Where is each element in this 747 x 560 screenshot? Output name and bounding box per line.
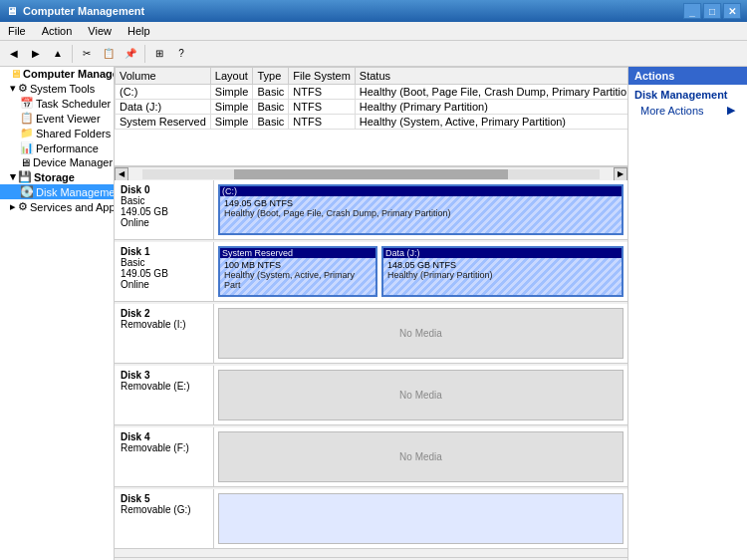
disk-id: Disk 1	[121, 246, 207, 257]
minimize-button[interactable]: _	[683, 3, 701, 19]
no-media-label: No Media	[218, 308, 623, 359]
actions-disk-management-title[interactable]: Disk Management	[628, 87, 747, 103]
cell-fs: NTFS	[289, 100, 355, 115]
partition-block[interactable]: (C:)149.05 GB NTFSHealthy (Boot, Page Fi…	[218, 184, 623, 235]
title-bar-controls[interactable]: _ □ ✕	[683, 3, 741, 19]
toolbar-cut[interactable]: ✂	[77, 44, 97, 64]
tree-device-label: Device Manager	[33, 156, 113, 168]
col-type[interactable]: Type	[253, 68, 289, 85]
toolbar-back[interactable]: ◀	[4, 44, 24, 64]
svc-icon: ⚙	[18, 200, 28, 213]
tree-item-storage[interactable]: ▾ 💾 Storage	[0, 169, 114, 184]
toolbar-properties[interactable]: ⊞	[149, 44, 169, 64]
h-scrollbar[interactable]: ◀ ▶	[115, 166, 627, 180]
disk-row: Disk 3 Removable (E:) No Media	[115, 366, 627, 425]
col-status[interactable]: Status	[355, 68, 627, 85]
partition-block[interactable]: System Reserved100 MB NTFSHealthy (Syste…	[218, 246, 377, 297]
toolbar-sep-1	[72, 45, 73, 63]
table-row[interactable]: Data (J:) Simple Basic NTFS Healthy (Pri…	[116, 100, 628, 115]
toolbar: ◀ ▶ ▲ ✂ 📋 📌 ⊞ ?	[0, 41, 747, 67]
tree-task-label: Task Scheduler	[36, 98, 111, 110]
close-button[interactable]: ✕	[723, 3, 741, 19]
scroll-track[interactable]	[142, 169, 600, 179]
partition-detail: 148.05 GB NTFS	[387, 260, 618, 270]
device-icon: 🖥	[20, 156, 31, 168]
disk-status: Online	[121, 217, 207, 228]
tree-item-disk-management[interactable]: 💽 Disk Management	[0, 184, 114, 199]
actions-section-disk: Disk Management More Actions ▶	[628, 85, 747, 120]
disk-partitions: System Reserved100 MB NTFSHealthy (Syste…	[214, 242, 627, 301]
tree-item-shared-folders[interactable]: 📁 Shared Folders	[0, 126, 114, 140]
cell-layout: Simple	[210, 100, 253, 115]
scroll-thumb[interactable]	[234, 169, 508, 179]
col-layout[interactable]: Layout	[210, 68, 253, 85]
tree-svc-label: Services and Applications	[30, 201, 114, 213]
disk-id: Disk 4	[121, 431, 207, 442]
tree-item-event-viewer[interactable]: 📋 Event Viewer	[0, 111, 114, 126]
storage-icon: 💾	[18, 170, 32, 183]
expand-icon-storage: ▾	[10, 170, 16, 183]
menu-bar: File Action View Help	[0, 22, 747, 41]
disk-info: Disk 3 Removable (E:)	[115, 366, 214, 424]
disk-row: Disk 1 Basic 149.05 GB OnlineSystem Rese…	[115, 242, 627, 302]
disk-info: Disk 0 Basic 149.05 GB Online	[115, 180, 214, 239]
middle-panel: Volume Layout Type File System Status Ca…	[115, 67, 627, 560]
disk-size: 149.05 GB	[121, 268, 207, 279]
cell-type: Basic	[253, 100, 289, 115]
col-fs[interactable]: File System	[289, 68, 355, 85]
tree-item-performance[interactable]: 📊 Performance	[0, 140, 114, 155]
disk-table: Volume Layout Type File System Status Ca…	[115, 67, 627, 130]
cell-layout: Simple	[210, 85, 253, 100]
tree-disk-label: Disk Management	[36, 186, 114, 198]
tree-item-system-tools[interactable]: ▾ ⚙ System Tools	[0, 81, 114, 96]
actions-more-actions[interactable]: More Actions ▶	[628, 103, 747, 118]
table-row[interactable]: (C:) Simple Basic NTFS Healthy (Boot, Pa…	[116, 85, 628, 100]
menu-view[interactable]: View	[80, 23, 120, 39]
toolbar-help[interactable]: ?	[171, 44, 191, 64]
disk-partitions: No Media	[214, 427, 627, 486]
menu-help[interactable]: Help	[120, 23, 158, 39]
cell-status: Healthy (Boot, Page File, Crash Dump, Pr…	[355, 85, 627, 100]
disk-partitions: No Media	[214, 304, 627, 363]
toolbar-forward[interactable]: ▶	[26, 44, 46, 64]
disk-info: Disk 1 Basic 149.05 GB Online	[115, 242, 214, 301]
toolbar-copy[interactable]: 📋	[99, 44, 119, 64]
disk-row: Disk 0 Basic 149.05 GB Online(C:)149.05 …	[115, 180, 627, 240]
scroll-right-btn[interactable]: ▶	[614, 167, 627, 181]
tree-panel: 🖥 Computer Management (Local ▾ ⚙ System …	[0, 67, 115, 560]
more-actions-label: More Actions	[640, 105, 704, 117]
disk-type: Removable (E:)	[121, 381, 207, 392]
menu-file[interactable]: File	[0, 23, 34, 39]
tree-perf-label: Performance	[36, 142, 99, 154]
actions-header: Actions	[628, 67, 747, 85]
expand-icon: ▾	[10, 82, 16, 95]
disk-type: Basic	[121, 195, 207, 206]
shared-icon: 📁	[20, 127, 34, 140]
scroll-left-btn[interactable]: ◀	[115, 167, 128, 181]
cell-status: Healthy (Primary Partition)	[355, 100, 627, 115]
menu-action[interactable]: Action	[34, 23, 81, 39]
tree-computer-label: Computer Management (Local	[23, 68, 114, 80]
disk-row: Disk 2 Removable (I:) No Media	[115, 304, 627, 364]
toolbar-paste[interactable]: 📌	[121, 44, 140, 64]
table-row[interactable]: System Reserved Simple Basic NTFS Health…	[116, 115, 628, 130]
maximize-button[interactable]: □	[703, 3, 721, 19]
disk-type: Removable (I:)	[121, 319, 207, 330]
task-icon: 📅	[20, 97, 34, 110]
disk-size: 149.05 GB	[121, 206, 207, 217]
disk-partitions: (C:)149.05 GB NTFSHealthy (Boot, Page Fi…	[214, 180, 627, 239]
toolbar-sep-2	[144, 45, 145, 63]
tree-item-computer[interactable]: 🖥 Computer Management (Local	[0, 67, 114, 81]
cell-layout: Simple	[210, 115, 253, 130]
tree-item-device-manager[interactable]: 🖥 Device Manager	[0, 155, 114, 169]
tree-item-task-scheduler[interactable]: 📅 Task Scheduler	[0, 96, 114, 111]
col-volume[interactable]: Volume	[116, 68, 211, 85]
partition-header: Data (J:)	[383, 248, 622, 258]
event-icon: 📋	[20, 112, 34, 125]
toolbar-up[interactable]: ▲	[48, 44, 68, 64]
no-media-label: No Media	[218, 431, 623, 482]
disk-id: Disk 0	[121, 184, 207, 195]
partition-block[interactable]: Data (J:)148.05 GB NTFSHealthy (Primary …	[381, 246, 623, 297]
tree-item-services[interactable]: ▸ ⚙ Services and Applications	[0, 199, 114, 214]
tree-shared-label: Shared Folders	[36, 128, 111, 140]
